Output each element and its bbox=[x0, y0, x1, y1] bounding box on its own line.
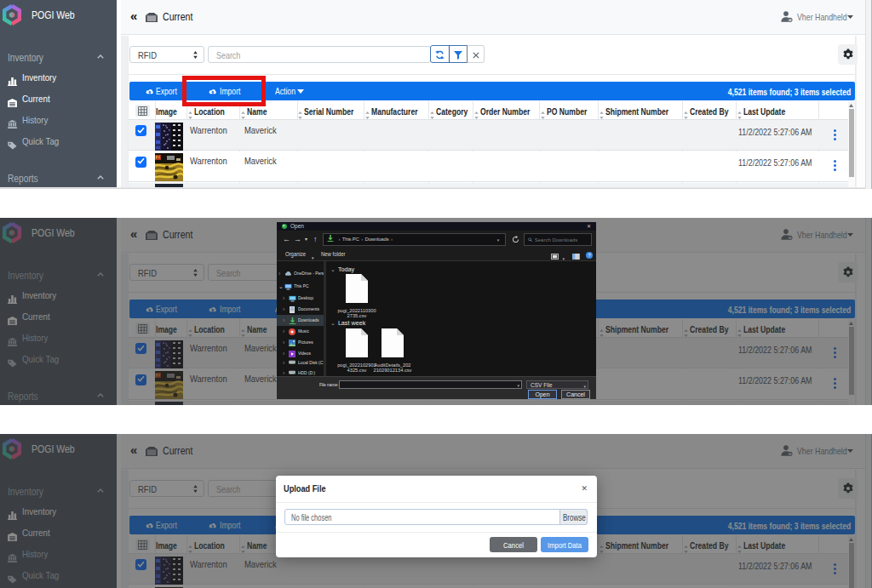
svg-text:?: ? bbox=[588, 253, 590, 258]
